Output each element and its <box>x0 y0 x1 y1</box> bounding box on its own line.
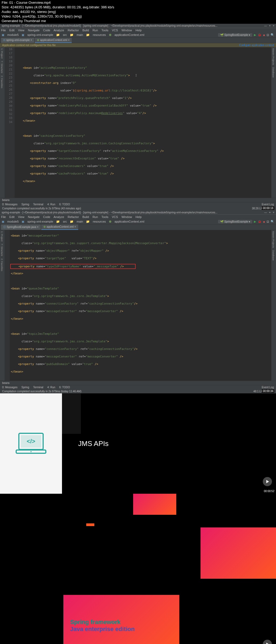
menu-code[interactable]: Code <box>43 215 50 219</box>
search-everywhere-icon[interactable]: 🔍 <box>271 220 274 223</box>
right-tool-panel[interactable]: Maven Projects Database <box>271 47 276 198</box>
search-everywhere-icon[interactable]: 🔍 <box>271 33 274 37</box>
close-icon[interactable]: × <box>273 24 274 27</box>
menu-code[interactable]: Code <box>43 29 50 32</box>
event-log[interactable]: Event Log <box>262 386 274 389</box>
search-icon[interactable]: ⊡ <box>267 220 269 223</box>
window-title: spring-example - [~/Development/practica… <box>2 24 218 27</box>
database-tool-label[interactable]: Database <box>271 66 275 79</box>
menu-file[interactable]: File <box>1 29 6 32</box>
run-config-dropdown[interactable]: 🌱 SpringBootExample ▾ <box>218 220 252 223</box>
menu-file[interactable]: File <box>1 215 6 219</box>
structure-tool-label[interactable]: 7: Structure <box>0 60 4 74</box>
breadcrumb-project[interactable]: spring-xml-example <box>27 220 53 223</box>
close-icon[interactable]: × <box>273 211 274 214</box>
play-overlay-icon[interactable] <box>263 640 272 644</box>
breadcrumb-project[interactable]: spring-xml-example <box>27 33 53 36</box>
configure-context-link[interactable]: Configure application context <box>239 44 274 47</box>
menu-run[interactable]: Run <box>92 215 98 219</box>
spring-tool[interactable]: Spring <box>21 203 29 206</box>
breadcrumb-src[interactable]: src <box>63 33 67 36</box>
menu-edit[interactable]: Edit <box>9 29 15 32</box>
breadcrumb-file[interactable]: applicationContext.xml <box>115 33 144 36</box>
breadcrumb-module[interactable]: module5 <box>7 33 19 36</box>
messages-tool[interactable]: 0: Messages <box>2 386 18 389</box>
maximize-icon[interactable]: + <box>269 211 271 214</box>
maximize-icon[interactable]: + <box>269 24 271 27</box>
database-tool-label[interactable]: Database <box>271 249 275 262</box>
project-tool-label[interactable]: 1: Project <box>0 47 4 60</box>
stop-button[interactable]: ■ <box>263 220 265 223</box>
stop-button[interactable]: ■ <box>263 33 265 37</box>
terminal-tool[interactable]: Terminal <box>33 203 43 206</box>
menu-help[interactable]: Help <box>136 29 142 32</box>
run-button[interactable]: ▶ <box>254 220 256 223</box>
tab-application-context[interactable]: ⬢ applicationContext.xml × <box>41 224 78 230</box>
spring-tool[interactable]: Spring <box>21 386 29 389</box>
breadcrumb-module[interactable]: module5 <box>7 220 19 223</box>
favorites-tool-label[interactable]: 2: Favorites <box>0 257 4 272</box>
event-log[interactable]: Event Log <box>262 203 274 206</box>
menu-run[interactable]: Run <box>92 29 98 32</box>
menu-analyze[interactable]: Analyze <box>54 29 64 32</box>
menu-navigate[interactable]: Navigate <box>28 29 40 32</box>
menu-build[interactable]: Build <box>82 29 89 32</box>
menu-tools[interactable]: Tools <box>101 29 108 32</box>
todo-tool[interactable]: 6: TODO <box>59 203 70 206</box>
file-info-header: File: 01 - Course Overview.mp4 Size: 424… <box>0 0 276 24</box>
favorites-tool-label[interactable]: 2: Favorites <box>0 74 4 89</box>
left-tool-panel[interactable]: 1: Project 7: Structure 2: Favorites <box>0 47 5 198</box>
editor-area[interactable]: <bean id="messageConverter" class="org.s… <box>10 230 271 381</box>
minimize-icon[interactable]: — <box>264 211 267 214</box>
menu-view[interactable]: View <box>18 215 25 219</box>
tab-springboot-example[interactable]: ⓒ SpringBootExample.java × <box>1 224 41 230</box>
xml-file-icon: ⬢ <box>109 220 112 223</box>
tab-spring-xml-example[interactable]: m spring-xml-example × <box>1 38 34 43</box>
menu-edit[interactable]: Edit <box>9 215 15 219</box>
breadcrumb-res[interactable]: resources <box>93 220 106 223</box>
menu-bar[interactable]: File Edit View Navigate Code Analyze Ref… <box>0 28 276 32</box>
menu-view[interactable]: View <box>18 29 25 32</box>
menu-refactor[interactable]: Refactor <box>68 215 79 219</box>
maven-tool-label[interactable]: Maven Projects <box>271 230 275 249</box>
run-tool[interactable]: 4: Run <box>47 203 55 206</box>
messages-tool[interactable]: 0: Messages <box>2 203 18 206</box>
run-button[interactable]: ▶ <box>254 33 256 37</box>
menu-build[interactable]: Build <box>82 215 89 219</box>
status-bar: Compilation completed successfully in 2s… <box>0 206 276 210</box>
menu-help[interactable]: Help <box>136 215 142 219</box>
compile-status-text: Compilation completed successfully in 2s… <box>2 390 81 393</box>
breadcrumb-main[interactable]: main <box>77 220 83 223</box>
structure-tool-label[interactable]: 7: Structure <box>0 243 4 257</box>
search-icon[interactable]: ⊡ <box>267 33 269 37</box>
breadcrumb-file[interactable]: applicationContext.xml <box>115 220 144 223</box>
menu-window[interactable]: Window <box>122 29 132 32</box>
debug-button[interactable]: 🐞 <box>258 33 261 37</box>
todo-tool[interactable]: 6: TODO <box>59 386 70 389</box>
menu-navigate[interactable]: Navigate <box>28 215 40 219</box>
menu-bar[interactable]: File Edit View Navigate Code Analyze Ref… <box>0 215 276 219</box>
menu-analyze[interactable]: Analyze <box>54 215 64 219</box>
run-config-dropdown[interactable]: 🌱 SpringBootExample ▾ <box>218 33 252 37</box>
beans-tab[interactable]: beans <box>0 198 276 202</box>
menu-tools[interactable]: Tools <box>101 215 108 219</box>
tab-application-context[interactable]: ⬢ applicationContext.xml × <box>35 38 72 43</box>
breadcrumb-res[interactable]: resources <box>93 33 106 36</box>
audio-info: Audio: aac, 44100 Hz, stereo (eng) <box>2 10 274 14</box>
menu-vcs[interactable]: VCS <box>112 215 118 219</box>
beans-tab[interactable]: beans <box>0 381 276 385</box>
maven-tool-label[interactable]: Maven Projects <box>271 47 275 66</box>
right-tool-panel[interactable]: Maven Projects Database <box>271 230 276 381</box>
debug-button[interactable]: 🐞 <box>258 220 261 223</box>
left-tool-panel[interactable]: 1: Project 7: Structure 2: Favorites <box>0 230 5 381</box>
run-tool[interactable]: 4: Run <box>47 386 55 389</box>
breadcrumb-main[interactable]: main <box>77 33 83 36</box>
project-tool-label[interactable]: 1: Project <box>0 230 4 243</box>
menu-refactor[interactable]: Refactor <box>68 29 79 32</box>
menu-window[interactable]: Window <box>122 215 132 219</box>
minimize-icon[interactable]: — <box>264 24 267 27</box>
breadcrumb-src[interactable]: src <box>63 220 67 223</box>
terminal-tool[interactable]: Terminal <box>33 386 43 389</box>
menu-vcs[interactable]: VCS <box>112 29 118 32</box>
editor-area[interactable]: <bean id="activeMqConnectionFactory" cla… <box>15 47 271 198</box>
